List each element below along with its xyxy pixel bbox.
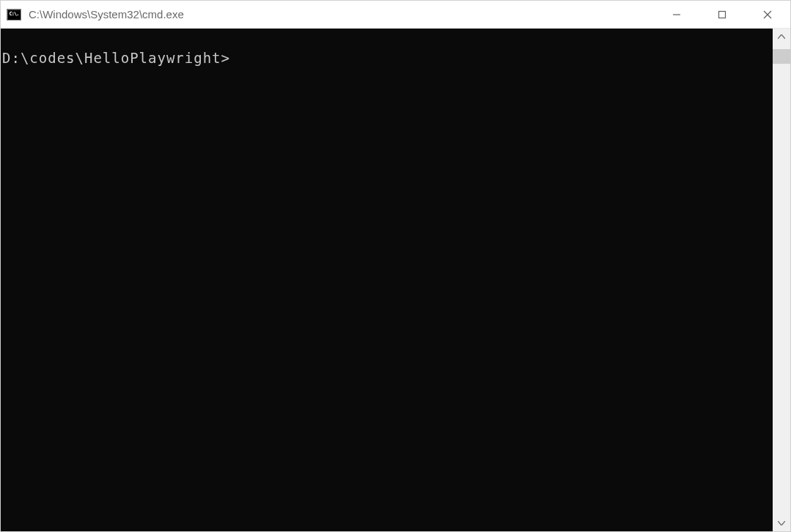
chevron-up-icon bbox=[778, 34, 785, 39]
vertical-scrollbar[interactable] bbox=[773, 29, 790, 531]
close-icon bbox=[763, 10, 772, 19]
prompt-line: D:\codes\HelloPlaywright> bbox=[2, 49, 771, 67]
svg-rect-1 bbox=[719, 11, 726, 18]
titlebar[interactable]: C:\. C:\Windows\System32\cmd.exe bbox=[1, 1, 790, 29]
scroll-up-arrow[interactable] bbox=[773, 29, 790, 45]
window-controls bbox=[654, 1, 790, 28]
close-button[interactable] bbox=[745, 1, 790, 28]
client-area: D:\codes\HelloPlaywright> bbox=[1, 29, 790, 531]
cmd-icon: C:\. bbox=[7, 9, 21, 21]
minimize-button[interactable] bbox=[654, 1, 699, 28]
window-title: C:\Windows\System32\cmd.exe bbox=[29, 8, 654, 21]
terminal-output[interactable]: D:\codes\HelloPlaywright> bbox=[1, 29, 773, 531]
scroll-down-arrow[interactable] bbox=[773, 515, 790, 531]
scroll-thumb[interactable] bbox=[773, 49, 790, 64]
chevron-down-icon bbox=[778, 521, 785, 525]
minimize-icon bbox=[672, 10, 681, 19]
maximize-icon bbox=[718, 10, 726, 19]
maximize-button[interactable] bbox=[699, 1, 745, 28]
scroll-track[interactable] bbox=[773, 45, 790, 515]
cmd-window: C:\. C:\Windows\System32\cmd.exe D:\code… bbox=[0, 0, 791, 532]
